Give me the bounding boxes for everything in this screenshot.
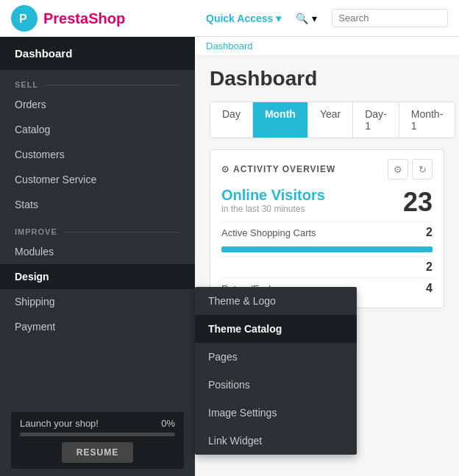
- dropdown-item-pages[interactable]: Pages: [195, 343, 357, 371]
- sidebar-item-catalog[interactable]: Catalog: [0, 117, 195, 142]
- tab-day[interactable]: Day: [210, 102, 253, 138]
- visitors-count: 23: [403, 187, 433, 218]
- visitors-info: Online Visitors in the last 30 minutes: [221, 187, 325, 214]
- sidebar-item-shipping[interactable]: Shipping: [0, 289, 195, 314]
- activity-card: ⊙ ACTIVITY OVERVIEW ⚙ ↻ Online Visitors …: [210, 149, 444, 308]
- page-title: Dashboard: [210, 67, 444, 90]
- logo-icon: P: [11, 5, 38, 32]
- refresh-button[interactable]: ↻: [412, 159, 433, 180]
- logo-text: PrestaShop: [43, 10, 125, 27]
- visitors-sub: in the last 30 minutes: [221, 204, 325, 214]
- breadcrumb: Dashboard: [195, 37, 459, 56]
- search-icon-group[interactable]: 🔍 ▾: [296, 13, 317, 24]
- sidebar-item-stats[interactable]: Stats: [0, 192, 195, 217]
- sidebar-bottom: Launch your shop! 0% RESUME: [0, 405, 195, 476]
- activity-header: ⊙ ACTIVITY OVERVIEW ⚙ ↻: [221, 159, 433, 180]
- chevron-search-icon: ▾: [312, 13, 317, 24]
- resume-button[interactable]: RESUME: [62, 442, 133, 463]
- dropdown-item-theme-logo[interactable]: Theme & Logo: [195, 287, 357, 315]
- sidebar-item-customers[interactable]: Customers: [0, 142, 195, 167]
- activity-title: ⊙ ACTIVITY OVERVIEW: [221, 164, 335, 174]
- top-bar: Quick Access ▾ 🔍 ▾: [195, 0, 459, 37]
- orders-count: 2: [426, 260, 433, 274]
- launch-label: Launch your shop!: [20, 418, 99, 429]
- search-input[interactable]: [338, 13, 441, 24]
- tab-year[interactable]: Year: [308, 102, 353, 138]
- date-tabs: Day Month Year Day-1 Month-1: [210, 102, 455, 138]
- carts-progress: [221, 246, 433, 252]
- carts-count: 2: [426, 226, 433, 239]
- tab-month[interactable]: Month: [253, 102, 308, 138]
- sell-section-label: SELL: [0, 70, 195, 92]
- launch-progress-bar: [20, 433, 175, 436]
- activity-actions: ⚙ ↻: [388, 159, 433, 180]
- search-magnifier-icon: 🔍: [296, 13, 308, 24]
- svg-text:P: P: [19, 13, 27, 25]
- clock-icon: ⊙: [221, 164, 230, 174]
- returns-count: 4: [426, 282, 433, 295]
- chevron-down-icon: ▾: [276, 13, 281, 24]
- sidebar-item-design[interactable]: Design: [0, 264, 195, 289]
- sidebar-item-orders[interactable]: Orders: [0, 92, 195, 117]
- design-dropdown: Theme & Logo Theme Catalog Pages Positio…: [195, 287, 357, 455]
- carts-row: Active Shopping Carts 2: [221, 221, 433, 243]
- dropdown-item-link-widget[interactable]: Link Widget: [195, 427, 357, 455]
- carts-label: Active Shopping Carts: [221, 227, 316, 238]
- sidebar-item-customer-service[interactable]: Customer Service: [0, 167, 195, 192]
- sidebar-item-dashboard[interactable]: Dashboard: [0, 37, 195, 70]
- gear-button[interactable]: ⚙: [388, 159, 408, 180]
- tab-day-1[interactable]: Day-1: [353, 102, 399, 138]
- visitors-row: Online Visitors in the last 30 minutes 2…: [221, 187, 433, 218]
- dropdown-item-positions[interactable]: Positions: [195, 371, 357, 399]
- quick-access-button[interactable]: Quick Access ▾: [206, 13, 281, 24]
- sidebar: P PrestaShop Dashboard SELL Orders Catal…: [0, 0, 195, 476]
- visitors-label: Online Visitors: [221, 187, 325, 204]
- launch-shop-widget: Launch your shop! 0% RESUME: [11, 412, 184, 469]
- sidebar-item-modules[interactable]: Modules: [0, 239, 195, 264]
- search-bar[interactable]: [332, 9, 448, 27]
- tab-month-1[interactable]: Month-1: [399, 102, 455, 138]
- logo: P PrestaShop: [0, 0, 195, 37]
- sidebar-item-payment[interactable]: Payment: [0, 314, 195, 339]
- dropdown-item-image-settings[interactable]: Image Settings: [195, 399, 357, 427]
- launch-percent: 0%: [161, 418, 175, 429]
- dropdown-item-theme-catalog[interactable]: Theme Catalog: [195, 315, 357, 343]
- improve-section-label: IMPROVE: [0, 217, 195, 239]
- orders-row: 2: [221, 256, 433, 277]
